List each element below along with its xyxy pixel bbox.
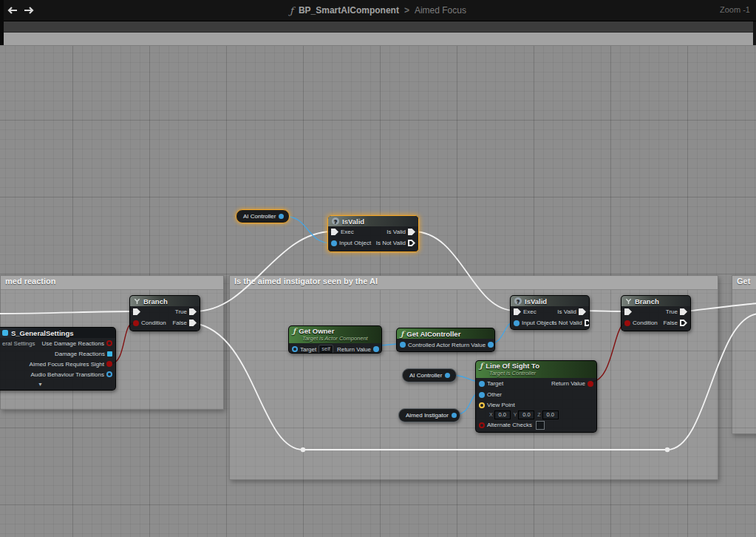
variable-node-aimed-instigator[interactable]: Aimed Instigator xyxy=(398,408,460,422)
node-header: ƒGet Owner Target is Actor Component xyxy=(289,326,381,343)
back-button[interactable] xyxy=(5,4,18,16)
exec-in-pin[interactable] xyxy=(133,308,140,315)
pin-label: Target xyxy=(487,380,503,387)
condition-pin[interactable] xyxy=(133,320,139,326)
condition-pin[interactable] xyxy=(624,320,630,326)
z-value-input[interactable]: 0.0 xyxy=(542,411,559,419)
is-not-valid-exec-pin[interactable] xyxy=(408,240,415,246)
exec-in-pin[interactable] xyxy=(624,308,632,315)
pin-label: True xyxy=(175,308,187,315)
damage-reactions-pin[interactable] xyxy=(107,351,112,357)
get-owner-node[interactable]: ƒGet Owner Target is Actor Component Tar… xyxy=(288,325,382,354)
y-value-input[interactable]: 0.0 xyxy=(518,411,534,419)
forward-button[interactable] xyxy=(23,4,36,16)
z-axis-label: Z xyxy=(537,412,540,417)
variable-output-pin[interactable] xyxy=(279,214,284,219)
pin-label: Alternate Checks xyxy=(487,422,532,428)
comment-title[interactable]: Get xyxy=(732,276,756,290)
function-icon: ƒ xyxy=(401,330,403,338)
pin-label: Exec xyxy=(341,229,354,235)
true-exec-pin[interactable] xyxy=(680,308,687,315)
exec-in-pin[interactable] xyxy=(331,229,338,235)
pin-label: Is Valid xyxy=(557,308,576,315)
aimed-focus-requires-sight-pin[interactable] xyxy=(106,361,112,367)
is-valid-exec-pin[interactable] xyxy=(408,229,415,235)
break-general-settings-node[interactable]: S_GeneralSettings eral Settings Use Dama… xyxy=(0,327,116,391)
breadcrumb-blueprint-name[interactable]: BP_SmartAIComponent xyxy=(299,5,399,16)
alternate-checks-pin[interactable] xyxy=(479,422,485,428)
x-value-input[interactable]: 0.0 xyxy=(494,411,511,419)
controlled-actor-pin[interactable] xyxy=(400,342,406,348)
pin-label: Use Damage Reactions xyxy=(42,340,104,347)
target-pin[interactable] xyxy=(292,346,298,352)
isvalid-node-right[interactable]: ? IsValid Exec Is Valid Input Object Is … xyxy=(510,295,590,330)
branch-node-left[interactable]: Branch True Condition False xyxy=(129,295,200,331)
exec-in-pin[interactable] xyxy=(514,308,521,315)
audio-behaviour-transitions-pin[interactable] xyxy=(106,371,112,377)
pin-label: Other xyxy=(487,391,502,398)
return-value-pin[interactable] xyxy=(373,346,379,352)
line-of-sight-node[interactable]: ƒLine Of Sight To Target is Controller T… xyxy=(475,360,597,433)
node-header: ƒ Get AIController xyxy=(397,328,494,339)
variable-node-ai-controller-top[interactable]: AI Controller xyxy=(236,209,290,223)
back-arrow-icon xyxy=(6,6,18,15)
window-right-edge xyxy=(753,21,756,45)
collapse-node-button[interactable]: ▼ xyxy=(0,379,115,389)
variable-output-pin[interactable] xyxy=(445,373,450,378)
other-pin[interactable] xyxy=(479,392,485,398)
window-left-edge xyxy=(0,0,4,45)
comment-get[interactable]: Get xyxy=(732,275,756,434)
node-header: ? IsValid xyxy=(328,216,418,226)
variable-output-pin[interactable] xyxy=(452,413,457,418)
variable-node-ai-controller-mid[interactable]: AI Controller xyxy=(402,368,457,382)
breadcrumb-separator-icon: > xyxy=(404,5,409,16)
pin-label: View Point xyxy=(487,402,515,408)
target-self-value[interactable]: self xyxy=(319,345,333,354)
variable-label: Aimed Instigator xyxy=(406,412,449,419)
breadcrumb-graph-name[interactable]: Aimed Focus xyxy=(415,5,466,16)
get-aicontroller-node[interactable]: ƒ Get AIController Controlled Actor Retu… xyxy=(396,328,495,352)
pin-label: Target xyxy=(300,346,316,353)
pin-label: Input Object xyxy=(522,320,554,326)
pin-label: Is Not Valid xyxy=(376,240,406,246)
graph-nav-arrows xyxy=(5,4,36,16)
node-title: IsValid xyxy=(525,297,547,305)
is-valid-exec-pin[interactable] xyxy=(579,308,586,315)
graph-top-margin xyxy=(0,33,756,46)
pin-label: False xyxy=(663,320,678,326)
pin-label: Return Value xyxy=(337,346,371,353)
true-exec-pin[interactable] xyxy=(189,308,197,315)
pin-label: eral Settings xyxy=(2,340,35,347)
false-exec-pin[interactable] xyxy=(680,320,687,326)
pin-label: Is Valid xyxy=(386,229,406,235)
comment-title[interactable]: med reaction xyxy=(1,276,223,290)
branch-node-right[interactable]: Branch True Condition False xyxy=(621,295,691,331)
return-value-pin[interactable] xyxy=(488,342,494,348)
question-icon: ? xyxy=(332,217,339,225)
blueprint-graph-editor: ƒ BP_SmartAIComponent > Aimed Focus Zoom… xyxy=(0,0,756,537)
pin-label: Return Value xyxy=(452,342,486,348)
node-header: Branch xyxy=(622,296,690,306)
function-icon: ƒ xyxy=(293,327,296,335)
pin-label: Input Object xyxy=(339,240,371,246)
toolbar-lower-band xyxy=(0,21,756,33)
y-axis-label: Y xyxy=(514,412,517,417)
branch-icon xyxy=(625,298,632,305)
node-title: Branch xyxy=(635,297,659,305)
false-exec-pin[interactable] xyxy=(189,320,197,326)
node-title: Branch xyxy=(143,297,168,305)
target-pin[interactable] xyxy=(479,381,485,387)
input-object-pin[interactable] xyxy=(331,240,337,246)
comment-title[interactable]: Is the aimed instigator seen by the AI xyxy=(230,276,718,290)
is-not-valid-exec-pin[interactable] xyxy=(585,320,590,326)
node-subtitle: Target is Controller xyxy=(489,370,592,376)
view-point-pin[interactable] xyxy=(479,402,485,408)
node-header: ? IsValid xyxy=(511,296,589,306)
node-subtitle: Target is Actor Component xyxy=(302,335,377,342)
alternate-checks-checkbox[interactable] xyxy=(536,421,545,430)
use-damage-reactions-pin[interactable] xyxy=(106,340,112,346)
input-object-pin[interactable] xyxy=(514,320,520,326)
return-value-pin[interactable] xyxy=(588,381,593,387)
pin-label: Controlled Actor xyxy=(408,342,450,348)
isvalid-node-top[interactable]: ? IsValid Exec Is Valid Input Object Is … xyxy=(327,215,419,252)
